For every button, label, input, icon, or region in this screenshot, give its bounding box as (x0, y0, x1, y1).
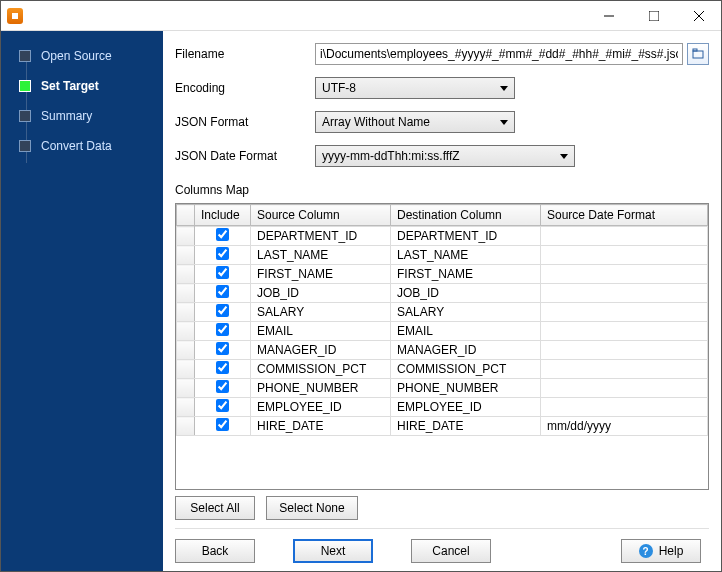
include-checkbox[interactable] (216, 304, 229, 317)
source-date-format-cell[interactable] (541, 341, 708, 360)
row-handle[interactable] (177, 284, 195, 303)
destination-column-cell[interactable]: FIRST_NAME (391, 265, 541, 284)
source-column-cell[interactable]: HIRE_DATE (251, 417, 391, 436)
destination-column-cell[interactable]: EMPLOYEE_ID (391, 398, 541, 417)
include-checkbox[interactable] (216, 247, 229, 260)
table-row[interactable]: MANAGER_IDMANAGER_ID (177, 341, 708, 360)
source-column-cell[interactable]: COMMISSION_PCT (251, 360, 391, 379)
col-source-header[interactable]: Source Column (251, 205, 391, 226)
sidebar-item-label: Summary (41, 109, 92, 123)
source-date-format-cell[interactable] (541, 398, 708, 417)
destination-column-cell[interactable]: EMAIL (391, 322, 541, 341)
source-column-cell[interactable]: FIRST_NAME (251, 265, 391, 284)
table-row[interactable]: DEPARTMENT_IDDEPARTMENT_ID (177, 227, 708, 246)
source-date-format-cell[interactable] (541, 265, 708, 284)
row-handle[interactable] (177, 265, 195, 284)
source-date-format-cell[interactable] (541, 284, 708, 303)
table-row[interactable]: EMAILEMAIL (177, 322, 708, 341)
destination-column-cell[interactable]: JOB_ID (391, 284, 541, 303)
row-handle[interactable] (177, 398, 195, 417)
select-none-button[interactable]: Select None (266, 496, 357, 520)
col-destination-header[interactable]: Destination Column (391, 205, 541, 226)
source-column-cell[interactable]: SALARY (251, 303, 391, 322)
source-column-cell[interactable]: PHONE_NUMBER (251, 379, 391, 398)
row-handle[interactable] (177, 417, 195, 436)
step-icon (19, 80, 31, 92)
wizard-sidebar: Open Source Set Target Summary Convert D… (1, 31, 163, 571)
source-column-cell[interactable]: LAST_NAME (251, 246, 391, 265)
row-handle[interactable] (177, 379, 195, 398)
filename-input[interactable] (315, 43, 683, 65)
source-column-cell[interactable]: DEPARTMENT_ID (251, 227, 391, 246)
cancel-button[interactable]: Cancel (411, 539, 491, 563)
source-column-cell[interactable]: MANAGER_ID (251, 341, 391, 360)
source-date-format-cell[interactable] (541, 303, 708, 322)
encoding-select[interactable]: UTF-8 (315, 77, 515, 99)
back-button[interactable]: Back (175, 539, 255, 563)
col-include-header[interactable]: Include (195, 205, 251, 226)
close-button[interactable] (676, 1, 721, 31)
svg-rect-1 (649, 11, 659, 21)
select-all-button[interactable]: Select All (175, 496, 255, 520)
source-date-format-cell[interactable] (541, 246, 708, 265)
app-window: Open Source Set Target Summary Convert D… (0, 0, 722, 572)
table-row[interactable]: EMPLOYEE_IDEMPLOYEE_ID (177, 398, 708, 417)
help-button[interactable]: ? Help (621, 539, 701, 563)
source-date-format-cell[interactable] (541, 379, 708, 398)
minimize-button[interactable] (586, 1, 631, 31)
destination-column-cell[interactable]: MANAGER_ID (391, 341, 541, 360)
help-icon: ? (639, 544, 653, 558)
include-checkbox[interactable] (216, 342, 229, 355)
table-row[interactable]: COMMISSION_PCTCOMMISSION_PCT (177, 360, 708, 379)
row-handle-header (177, 205, 195, 226)
include-checkbox[interactable] (216, 228, 229, 241)
include-checkbox[interactable] (216, 418, 229, 431)
row-handle[interactable] (177, 227, 195, 246)
titlebar (1, 1, 721, 31)
json-format-select[interactable]: Array Without Name (315, 111, 515, 133)
include-checkbox[interactable] (216, 399, 229, 412)
next-button[interactable]: Next (293, 539, 373, 563)
source-date-format-cell[interactable] (541, 360, 708, 379)
content-pane: Filename Encoding UTF-8 JSON Format Arra… (163, 31, 721, 571)
json-date-format-select[interactable]: yyyy-mm-ddThh:mi:ss.fffZ (315, 145, 575, 167)
include-checkbox[interactable] (216, 285, 229, 298)
destination-column-cell[interactable]: HIRE_DATE (391, 417, 541, 436)
source-date-format-cell[interactable]: mm/dd/yyyy (541, 417, 708, 436)
source-column-cell[interactable]: EMPLOYEE_ID (251, 398, 391, 417)
sidebar-item-label: Open Source (41, 49, 112, 63)
destination-column-cell[interactable]: COMMISSION_PCT (391, 360, 541, 379)
row-handle[interactable] (177, 360, 195, 379)
table-row[interactable]: PHONE_NUMBERPHONE_NUMBER (177, 379, 708, 398)
table-row[interactable]: SALARYSALARY (177, 303, 708, 322)
destination-column-cell[interactable]: SALARY (391, 303, 541, 322)
step-icon (19, 140, 31, 152)
include-checkbox[interactable] (216, 380, 229, 393)
source-column-cell[interactable]: JOB_ID (251, 284, 391, 303)
row-handle[interactable] (177, 322, 195, 341)
table-row[interactable]: JOB_IDJOB_ID (177, 284, 708, 303)
table-row[interactable]: HIRE_DATEHIRE_DATEmm/dd/yyyy (177, 417, 708, 436)
filename-label: Filename (175, 47, 315, 61)
destination-column-cell[interactable]: PHONE_NUMBER (391, 379, 541, 398)
maximize-button[interactable] (631, 1, 676, 31)
step-icon (19, 110, 31, 122)
include-checkbox[interactable] (216, 266, 229, 279)
source-column-cell[interactable]: EMAIL (251, 322, 391, 341)
include-checkbox[interactable] (216, 323, 229, 336)
destination-column-cell[interactable]: LAST_NAME (391, 246, 541, 265)
table-row[interactable]: FIRST_NAMEFIRST_NAME (177, 265, 708, 284)
columns-map-label: Columns Map (175, 183, 709, 197)
row-handle[interactable] (177, 246, 195, 265)
table-row[interactable]: LAST_NAMELAST_NAME (177, 246, 708, 265)
source-date-format-cell[interactable] (541, 227, 708, 246)
col-source-date-format-header[interactable]: Source Date Format (541, 205, 708, 226)
destination-column-cell[interactable]: DEPARTMENT_ID (391, 227, 541, 246)
svg-rect-5 (693, 49, 697, 51)
row-handle[interactable] (177, 341, 195, 360)
source-date-format-cell[interactable] (541, 322, 708, 341)
browse-button[interactable] (687, 43, 709, 65)
sidebar-item-label: Set Target (41, 79, 99, 93)
row-handle[interactable] (177, 303, 195, 322)
include-checkbox[interactable] (216, 361, 229, 374)
